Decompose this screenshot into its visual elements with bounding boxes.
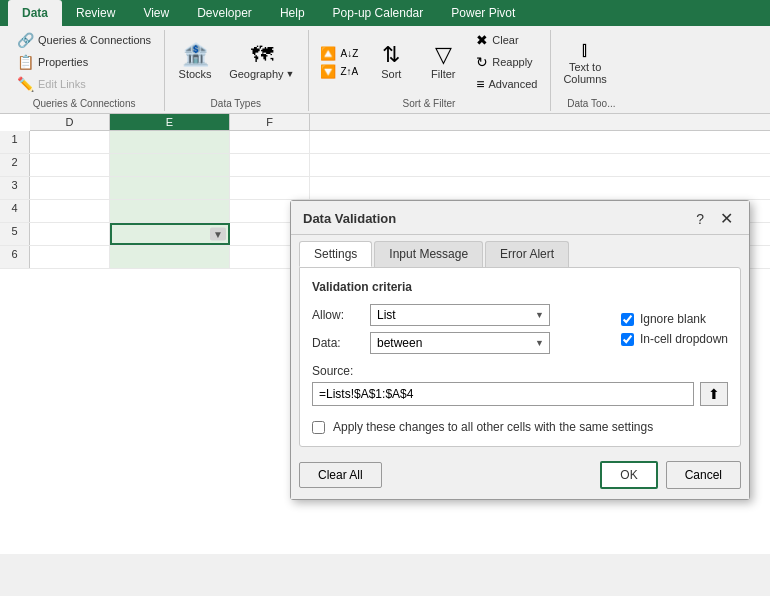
ribbon-group-data-types: 🏦 Stocks 🗺 Geography ▼ Data Types [167,30,309,111]
cell-d2[interactable] [30,154,110,176]
clear-label: Clear [492,34,518,46]
ok-button[interactable]: OK [600,461,657,489]
queries-label: Queries & Connections [38,34,151,46]
data-select-wrapper: between not between equal to not equal t… [370,332,550,354]
clear-all-button[interactable]: Clear All [299,462,382,488]
clear-button[interactable]: ✖ Clear [471,30,542,50]
edit-links-icon: ✏️ [17,76,34,92]
source-row: ⬆ [312,382,728,406]
row-number: 3 [0,177,30,199]
source-input[interactable] [312,382,694,406]
cell-e3[interactable] [110,177,230,199]
ribbon-group-queries: 🔗 Queries & Connections 📋 Properties ✏️ … [8,30,165,111]
ribbon-content: 🔗 Queries & Connections 📋 Properties ✏️ … [0,26,770,114]
reapply-label: Reapply [492,56,532,68]
dialog-controls: ? ✕ [692,209,737,228]
tab-power-pivot[interactable]: Power Pivot [437,0,529,26]
cell-f2[interactable] [230,154,310,176]
ignore-blank-checkbox[interactable] [621,313,634,326]
row-number: 1 [0,131,30,153]
tab-review[interactable]: Review [62,0,129,26]
source-section: Source: ⬆ [312,364,728,406]
cell-d4[interactable] [30,200,110,222]
sort-za-icon: 🔽 [320,65,336,78]
sort-filter-group-items: 🔼 A↓Z 🔽 Z↑A ⇅ Sort ▽ Filter ✖ Clear [315,30,542,94]
tab-input-message[interactable]: Input Message [374,241,483,267]
row-number: 2 [0,154,30,176]
stocks-button[interactable]: 🏦 Stocks [171,40,219,84]
tab-settings[interactable]: Settings [299,241,372,267]
sort-button[interactable]: ⇅ Sort [367,40,415,84]
sort-az-label: A↓Z [340,48,358,59]
ribbon: Data Review View Developer Help Pop-up C… [0,0,770,26]
filter-button[interactable]: ▽ Filter [419,40,467,84]
sort-az-button[interactable]: 🔼 A↓Z [315,45,363,62]
source-expand-button[interactable]: ⬆ [700,382,728,406]
allow-label: Allow: [312,308,362,322]
data-select[interactable]: between not between equal to not equal t… [370,332,550,354]
tab-error-alert[interactable]: Error Alert [485,241,569,267]
cell-e4[interactable] [110,200,230,222]
queries-connections-button[interactable]: 🔗 Queries & Connections [12,30,156,50]
dialog-help-button[interactable]: ? [692,211,708,227]
cancel-button[interactable]: Cancel [666,461,741,489]
sort-label: Sort [381,68,401,80]
ribbon-group-data-tools: ⫿ Text toColumns Data Too... [553,30,633,111]
tab-help[interactable]: Help [266,0,319,26]
cell-e5[interactable]: ▼ [110,223,230,245]
validation-criteria-title: Validation criteria [312,280,728,294]
text-to-columns-button[interactable]: ⫿ Text toColumns [557,35,612,89]
dialog-title-bar: Data Validation ? ✕ [291,201,749,235]
geography-button[interactable]: 🗺 Geography ▼ [223,40,300,84]
properties-label: Properties [38,56,88,68]
col-header-e[interactable]: E [110,114,230,130]
cell-d5[interactable] [30,223,110,245]
in-cell-dropdown-checkbox[interactable] [621,333,634,346]
properties-icon: 📋 [17,54,34,70]
text-to-columns-label: Text toColumns [563,61,606,85]
data-validation-dialog: Data Validation ? ✕ Settings Input Messa… [290,200,750,500]
clear-icon: ✖ [476,32,488,48]
data-tools-group-items: ⫿ Text toColumns [557,30,625,94]
queries-group-label: Queries & Connections [12,96,156,111]
text-to-columns-icon: ⫿ [580,39,590,59]
ignore-blank-label: Ignore blank [640,312,706,326]
reapply-button[interactable]: ↻ Reapply [471,52,542,72]
cell-d1[interactable] [30,131,110,153]
data-label: Data: [312,336,362,350]
tab-data[interactable]: Data [8,0,62,26]
data-tools-group-label: Data Too... [557,96,625,111]
apply-changes-checkbox[interactable] [312,421,325,434]
cell-e1[interactable] [110,131,230,153]
source-label: Source: [312,364,728,378]
footer-left: Clear All [299,462,382,488]
dialog-tabs: Settings Input Message Error Alert [291,235,749,267]
filter-label: Filter [431,68,455,80]
edit-links-label: Edit Links [38,78,86,90]
col-header-d[interactable]: D [30,114,110,130]
cell-e6[interactable] [110,246,230,268]
row-number: 4 [0,200,30,222]
properties-button[interactable]: 📋 Properties [12,52,156,72]
sort-filter-group-label: Sort & Filter [315,96,542,111]
cell-d3[interactable] [30,177,110,199]
dialog-title: Data Validation [303,211,396,226]
cell-dropdown-arrow-icon[interactable]: ▼ [210,228,226,241]
cell-f1[interactable] [230,131,310,153]
col-header-f[interactable]: F [230,114,310,130]
source-expand-icon: ⬆ [708,386,720,402]
data-types-group-label: Data Types [171,96,300,111]
cell-e2[interactable] [110,154,230,176]
tab-popup-calendar[interactable]: Pop-up Calendar [319,0,438,26]
sort-za-button[interactable]: 🔽 Z↑A [315,63,363,80]
allow-select[interactable]: List Any value Whole number Decimal Date… [370,304,550,326]
in-cell-dropdown-label: In-cell dropdown [640,332,728,346]
edit-links-button[interactable]: ✏️ Edit Links [12,74,156,94]
tab-view[interactable]: View [129,0,183,26]
tab-developer[interactable]: Developer [183,0,266,26]
cell-d6[interactable] [30,246,110,268]
cell-f3[interactable] [230,177,310,199]
advanced-label: Advanced [488,78,537,90]
dialog-close-button[interactable]: ✕ [716,209,737,228]
advanced-button[interactable]: ≡ Advanced [471,74,542,94]
